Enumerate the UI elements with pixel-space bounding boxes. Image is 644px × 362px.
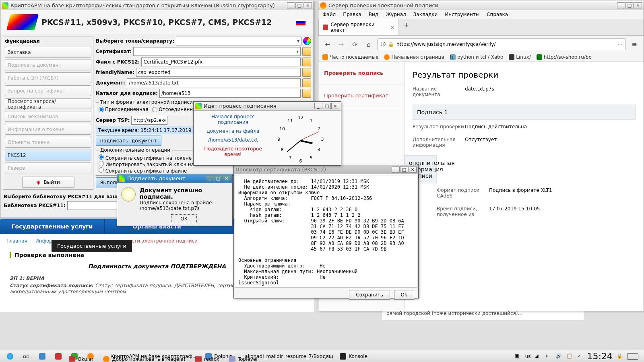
doc-browse-button[interactable]: [302, 78, 311, 87]
tsp-input[interactable]: [131, 116, 167, 125]
more-icon[interactable]: ⋯: [617, 41, 622, 47]
gov-tab-services[interactable]: Государственные услуги: [0, 219, 105, 234]
gov-link-home[interactable]: Главная: [6, 238, 27, 244]
radio-detached[interactable]: Отсоединенная: [152, 107, 198, 112]
func-sign[interactable]: Подписать документ: [5, 60, 91, 70]
menu-tools[interactable]: Инструменты: [445, 12, 479, 17]
forward-button[interactable]: →: [336, 39, 347, 49]
func-reserve[interactable]: Резерв: [5, 162, 91, 173]
bm-startpage[interactable]: Начальная страница: [384, 54, 444, 60]
pw-min[interactable]: _: [314, 103, 322, 109]
tray-battery-icon[interactable]: [627, 353, 638, 360]
dlg-min[interactable]: _: [206, 175, 214, 181]
func-viewcert[interactable]: Просмотр запроса/сертификата: [5, 98, 91, 109]
url-bar[interactable]: ⓘ 🔒 https://www.justsign.me/verifyqca/Ve…: [377, 38, 626, 50]
prog-line1: Начался процесс подписания: [197, 114, 269, 125]
pkcs12file-input[interactable]: [141, 58, 301, 66]
sign-document-button[interactable]: Подписать документ: [96, 136, 161, 146]
ok-button[interactable]: OK: [171, 214, 196, 223]
tray-clipboard-icon[interactable]: 📋: [566, 353, 573, 360]
task-okular[interactable]: Okular: [64, 356, 98, 362]
bm-soshop[interactable]: shttp://so-shop.ru/bo: [537, 54, 592, 60]
func-pkcs7[interactable]: Работа с ЭП (PKCS7): [5, 72, 91, 83]
menu-file[interactable]: Файл: [322, 12, 336, 17]
browser-tab[interactable]: Сервер проверки элект ×: [318, 19, 399, 35]
reload-button[interactable]: ⟳: [350, 39, 360, 49]
lib-input[interactable]: [67, 201, 124, 210]
side-verify-sig[interactable]: Проверить подпись: [318, 62, 404, 84]
launcher-1[interactable]: [35, 352, 50, 361]
new-tab-button[interactable]: +: [399, 19, 414, 35]
friendlyname-button[interactable]: [302, 68, 311, 77]
addop-save-file[interactable]: Сохранить сертификат в файле: [99, 168, 187, 174]
back-button[interactable]: ←: [322, 39, 333, 49]
cert-text[interactable]: Не действителен до: 14/01/2019 12:31 MSK…: [235, 175, 417, 288]
pkcs12-browse-button[interactable]: [302, 58, 311, 66]
task-konsole[interactable]: Konsole: [335, 352, 372, 361]
friendlyname-input[interactable]: [136, 68, 301, 77]
tray-lock-icon[interactable]: 🔒: [617, 353, 623, 360]
start-button[interactable]: [2, 352, 18, 361]
gov-tooltip: Государственные услуги: [52, 240, 132, 252]
tab-close-icon[interactable]: ×: [390, 25, 394, 30]
dir-input[interactable]: [159, 89, 301, 98]
exit-button[interactable]: Выйти: [22, 177, 74, 188]
task-toplevel[interactable]: Toplevel: [225, 356, 262, 362]
dlg-close[interactable]: ×: [223, 175, 231, 181]
cert-save-button[interactable]: Сохранить: [349, 290, 390, 300]
func-splash[interactable]: Заставка: [5, 47, 91, 58]
func-pkcs12[interactable]: PKCS12: [5, 150, 91, 160]
info-icon[interactable]: ⓘ: [381, 41, 386, 48]
bm-linux[interactable]: Linux/: [509, 54, 530, 60]
addop-import-key[interactable]: Импортировать закрытый ключ на то: [99, 162, 201, 167]
cv-close[interactable]: ×: [409, 167, 417, 173]
menu-help[interactable]: Справка: [487, 12, 508, 17]
menu-edit[interactable]: Правка: [343, 12, 361, 17]
close-button[interactable]: ×: [304, 2, 312, 8]
func-certreq[interactable]: Запрос на сертификат: [5, 85, 91, 96]
result-val: Подпись действительна: [465, 124, 636, 130]
token-combobox[interactable]: [176, 37, 301, 45]
tray-chevron-icon[interactable]: ＾: [577, 353, 583, 360]
cert-browse-button[interactable]: [302, 47, 311, 56]
minimize-button[interactable]: _: [287, 2, 295, 8]
func-tokenobj[interactable]: Объекты токена: [5, 137, 91, 148]
dir-browse-button[interactable]: [302, 89, 311, 98]
pw-max[interactable]: □: [323, 103, 331, 109]
tray-volume-icon[interactable]: 🔊: [556, 353, 562, 360]
ru-flag-icon[interactable]: [296, 19, 305, 25]
color-wheel-icon[interactable]: [303, 37, 311, 45]
tsp-label: Сервер TSP:: [96, 117, 130, 123]
task-mageia[interactable]: Добро пожаловать в Mageia!: [99, 356, 190, 362]
pager[interactable]: ▫▫: [19, 352, 34, 361]
tray-wifi-icon[interactable]: ◢: [535, 353, 541, 360]
br-maximize[interactable]: □: [625, 2, 634, 8]
tray-bt-icon[interactable]: ᚼ: [545, 353, 552, 360]
dlg-max[interactable]: □: [214, 175, 222, 181]
radio-attached[interactable]: Присоединенная: [99, 107, 148, 112]
doc-input[interactable]: [127, 78, 301, 87]
task-redfox[interactable]: redfox: [191, 356, 224, 362]
pw-close[interactable]: ×: [331, 103, 339, 109]
addop-save-token[interactable]: Сохранить сертификат на токене: [99, 155, 192, 161]
home-button[interactable]: ⌂: [363, 39, 374, 49]
bm-frequent[interactable]: Часто посещаемые: [322, 54, 378, 60]
func-mechanisms[interactable]: Список механизмов: [5, 111, 91, 122]
tray-clock[interactable]: 15:24: [587, 351, 613, 361]
br-close[interactable]: ×: [634, 2, 642, 8]
menu-view[interactable]: Вид: [369, 12, 378, 17]
launcher-2[interactable]: [51, 352, 66, 361]
cv-max[interactable]: □: [400, 167, 408, 173]
cert-ok-button[interactable]: Ok: [394, 290, 414, 300]
br-minimize[interactable]: _: [617, 2, 625, 8]
menu-history[interactable]: Журнал: [386, 12, 406, 17]
bm-habr[interactable]: hpython и tcl / Хабр: [450, 54, 503, 60]
maximize-button[interactable]: □: [295, 2, 303, 8]
menu-bookmarks[interactable]: Закладки: [413, 12, 438, 17]
func-tokeninfo[interactable]: Информация о токене: [5, 124, 91, 135]
hamburger-icon[interactable]: ≡: [629, 39, 640, 49]
tray-lang[interactable]: us: [525, 354, 531, 359]
tray-dropbox-icon[interactable]: ▣: [515, 353, 521, 360]
cv-min[interactable]: _: [392, 167, 400, 173]
cert-combobox[interactable]: [133, 47, 301, 56]
